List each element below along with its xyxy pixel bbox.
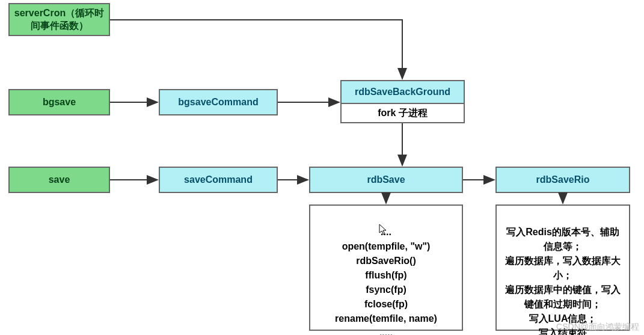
node-bgsave: bgsave bbox=[8, 89, 110, 115]
label: save bbox=[49, 174, 70, 186]
watermark-text: CSDN@面向鸿蒙编程 bbox=[556, 322, 639, 331]
mouse-cursor-icon bbox=[379, 224, 387, 236]
node-rdb-save-rio-details: 写入Redis的版本号、辅助信息等； 遍历数据库，写入数据库大小； 遍历数据库中… bbox=[495, 204, 630, 331]
label: saveCommand bbox=[184, 174, 253, 186]
label: bgsaveCommand bbox=[178, 96, 258, 109]
label: serverCron（循环时间事件函数） bbox=[13, 7, 105, 32]
node-save: save bbox=[8, 167, 110, 193]
node-save-command: saveCommand bbox=[159, 167, 278, 193]
label: rdbSaveRio bbox=[536, 174, 590, 186]
node-rdb-save: rdbSave bbox=[309, 167, 463, 193]
node-server-cron: serverCron（循环时间事件函数） bbox=[8, 3, 110, 36]
label: bgsave bbox=[43, 96, 76, 109]
node-rdb-save-background: rdbSaveBackGround bbox=[340, 80, 465, 104]
node-rdb-save-rio: rdbSaveRio bbox=[495, 167, 630, 193]
watermark: CSDN@面向鸿蒙编程 bbox=[556, 322, 639, 333]
label: fork 子进程 bbox=[378, 107, 428, 120]
details-text: 写入Redis的版本号、辅助信息等； 遍历数据库，写入数据库大小； 遍历数据库中… bbox=[505, 227, 621, 335]
label: rdbSaveBackGround bbox=[355, 86, 450, 99]
details-text: .... open(tempfile, "w") rdbSaveRio() ff… bbox=[335, 227, 437, 335]
node-fork: fork 子进程 bbox=[340, 103, 465, 123]
node-bgsave-command: bgsaveCommand bbox=[159, 89, 278, 115]
label: rdbSave bbox=[367, 174, 405, 186]
